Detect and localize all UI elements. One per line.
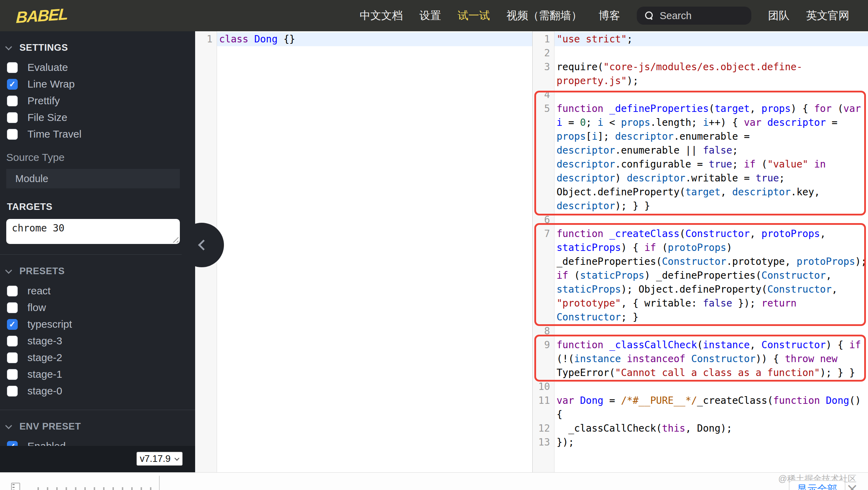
checkbox-row-stage-2[interactable]: stage-2 bbox=[7, 349, 195, 366]
checkbox-row-stage-1[interactable]: stage-1 bbox=[7, 366, 195, 383]
Prettify-checkbox[interactable] bbox=[7, 96, 18, 106]
code-text[interactable]: "use strict"; bbox=[554, 32, 868, 46]
Line Wrap-checkbox[interactable]: ✓ bbox=[7, 79, 18, 90]
source-type-label: Source Type bbox=[0, 152, 195, 163]
checkbox-label: typescript bbox=[27, 318, 72, 330]
checkbox-label: Line Wrap bbox=[27, 78, 75, 90]
stage-0-checkbox[interactable] bbox=[7, 386, 18, 397]
checkbox-label: Evaluate bbox=[27, 62, 68, 73]
stage-3-checkbox[interactable] bbox=[7, 336, 18, 346]
output-editor[interactable]: 1"use strict";23require("core-js/modules… bbox=[532, 31, 868, 472]
top-navbar: BABEL 中文文档设置试一试视频（需翻墙）博客Search团队英文官网 bbox=[0, 0, 868, 31]
line-number: 6 bbox=[533, 213, 554, 227]
targets-section-header: TARGETS bbox=[0, 199, 195, 214]
code-text[interactable]: }); bbox=[554, 435, 868, 449]
checkbox-label: stage-2 bbox=[27, 352, 62, 364]
code-text[interactable]: function _defineProperties(target, props… bbox=[554, 102, 868, 213]
line-number: 7 bbox=[533, 227, 554, 241]
line-number: 1 bbox=[195, 32, 217, 46]
checkbox-row-File Size[interactable]: File Size bbox=[7, 109, 195, 126]
code-text[interactable]: function _createClass(Constructor, proto… bbox=[554, 227, 868, 324]
close-icon[interactable]: × bbox=[846, 482, 858, 490]
nav-item-中文文档[interactable]: 中文文档 bbox=[360, 8, 403, 23]
presets-title: PRESETS bbox=[19, 266, 65, 277]
code-text[interactable]: _classCallCheck(this, Dong); bbox=[554, 422, 868, 435]
settings-section-header[interactable]: SETTINGS bbox=[0, 40, 195, 55]
env-preset-title: ENV PRESET bbox=[19, 421, 81, 432]
targets-value: chrome 30 bbox=[12, 222, 65, 234]
react-checkbox[interactable] bbox=[7, 286, 18, 296]
code-text[interactable] bbox=[554, 380, 868, 394]
targets-input[interactable]: chrome 30 bbox=[6, 219, 180, 244]
source-type-select[interactable]: Module bbox=[6, 169, 180, 188]
code-line: 13}); bbox=[533, 435, 868, 449]
code-text[interactable] bbox=[554, 324, 868, 338]
checkbox-row-stage-0[interactable]: stage-0 bbox=[7, 383, 195, 399]
checkbox-row-Time Travel[interactable]: Time Travel bbox=[7, 126, 195, 142]
settings-options: Evaluate✓Line WrapPrettifyFile SizeTime … bbox=[0, 55, 195, 142]
checkbox-row-flow[interactable]: flow bbox=[7, 299, 195, 316]
code-line: 1"use strict"; bbox=[533, 32, 868, 46]
checkbox-row-stage-3[interactable]: stage-3 bbox=[7, 333, 195, 349]
input-editor[interactable]: 1class Dong {} bbox=[195, 31, 532, 472]
targets-title: TARGETS bbox=[7, 202, 52, 212]
code-line: 3require("core-js/modules/es.object.defi… bbox=[533, 60, 868, 88]
nav-item-试一试[interactable]: 试一试 bbox=[458, 8, 490, 23]
code-line: 4 bbox=[533, 88, 868, 102]
line-number: 11 bbox=[533, 394, 554, 408]
checkbox-row-Evaluate[interactable]: Evaluate bbox=[7, 59, 195, 76]
nav-item-博客[interactable]: 博客 bbox=[599, 8, 620, 23]
stage-2-checkbox[interactable] bbox=[7, 352, 18, 363]
code-line: 1class Dong {} bbox=[195, 32, 532, 46]
output-code-lines: 1"use strict";23require("core-js/modules… bbox=[533, 31, 868, 449]
nav-menu: 中文文档设置试一试视频（需翻墙）博客Search团队英文官网 bbox=[360, 7, 849, 25]
code-line: 5function _defineProperties(target, prop… bbox=[533, 102, 868, 213]
Time Travel-checkbox[interactable] bbox=[7, 129, 18, 140]
line-number: 12 bbox=[533, 422, 554, 435]
chevron-left-icon bbox=[198, 239, 209, 250]
code-text[interactable] bbox=[554, 213, 868, 227]
code-text[interactable]: class Dong {} bbox=[217, 32, 532, 46]
checkbox-row-Prettify[interactable]: Prettify bbox=[7, 92, 195, 109]
presets-options: reactflow✓typescriptstage-3stage-2stage-… bbox=[0, 278, 195, 399]
typescript-checkbox[interactable]: ✓ bbox=[7, 319, 18, 330]
line-number: 3 bbox=[533, 60, 554, 74]
chevron-down-icon bbox=[5, 422, 12, 429]
nav-item-英文官网[interactable]: 英文官网 bbox=[806, 8, 849, 23]
checkbox-row-Line Wrap[interactable]: ✓Line Wrap bbox=[7, 76, 195, 92]
code-text[interactable]: require("core-js/modules/es.object.defin… bbox=[554, 60, 868, 88]
line-number: 8 bbox=[533, 324, 554, 338]
checkbox-row-typescript[interactable]: ✓typescript bbox=[7, 316, 195, 333]
code-line: 12 _classCallCheck(this, Dong); bbox=[533, 422, 868, 435]
sidebar: SETTINGS Evaluate✓Line WrapPrettifyFile … bbox=[0, 31, 195, 472]
babel-logo[interactable]: BABEL bbox=[16, 5, 68, 27]
code-text[interactable] bbox=[554, 88, 868, 102]
show-all-button[interactable]: 显示全部 bbox=[789, 480, 845, 490]
code-text[interactable] bbox=[554, 46, 868, 60]
presets-section-header[interactable]: PRESETS bbox=[0, 264, 195, 278]
input-code-lines: 1class Dong {} bbox=[195, 31, 532, 46]
nav-item-团队[interactable]: 团队 bbox=[768, 8, 790, 23]
code-text[interactable]: var Dong = /*#__PURE__*/_createClass(fun… bbox=[554, 394, 868, 422]
code-text[interactable]: function _classCallCheck(instance, Const… bbox=[554, 338, 868, 380]
checkbox-label: stage-3 bbox=[27, 335, 62, 347]
resize-grip-icon[interactable] bbox=[172, 236, 178, 243]
flow-checkbox[interactable] bbox=[7, 302, 18, 313]
sidebar-divider bbox=[0, 410, 195, 410]
search-input[interactable]: Search bbox=[637, 7, 751, 25]
babel-version-select[interactable]: v7.17.9 bbox=[136, 452, 183, 466]
code-line: 9function _classCallCheck(instance, Cons… bbox=[533, 338, 868, 380]
nav-item-视频（需翻墙）[interactable]: 视频（需翻墙） bbox=[507, 8, 582, 23]
Evaluate-checkbox[interactable] bbox=[7, 62, 18, 73]
bottom-bar: @稀土掘金技术社区 显示全部 × bbox=[0, 472, 868, 490]
sidebar-collapse-button[interactable] bbox=[180, 223, 224, 267]
nav-item-设置[interactable]: 设置 bbox=[419, 8, 441, 23]
stage-1-checkbox[interactable] bbox=[7, 369, 18, 380]
checkbox-label: react bbox=[27, 285, 51, 297]
line-number: 1 bbox=[533, 32, 554, 46]
env-preset-section-header[interactable]: ENV PRESET bbox=[0, 419, 195, 434]
code-line: 2 bbox=[533, 46, 868, 60]
File Size-checkbox[interactable] bbox=[7, 112, 18, 123]
checkbox-label: flow bbox=[27, 302, 46, 313]
checkbox-row-react[interactable]: react bbox=[7, 283, 195, 299]
